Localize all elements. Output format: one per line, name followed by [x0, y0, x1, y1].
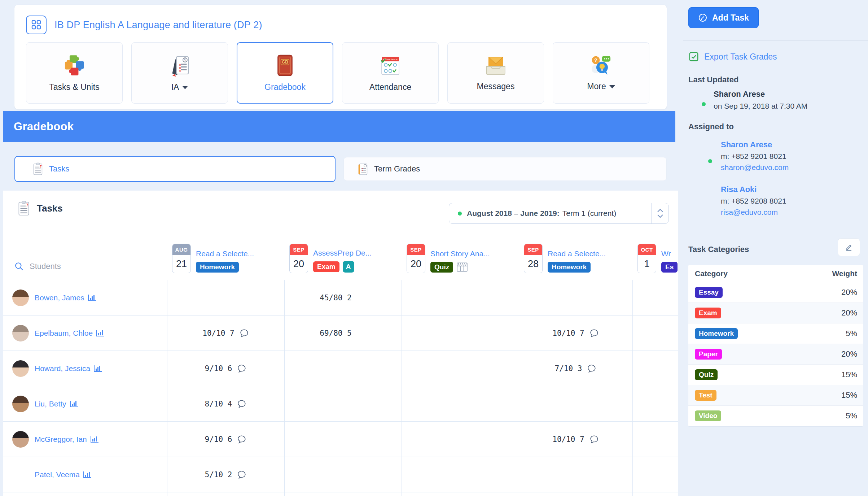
comment-bubble-icon[interactable]: [589, 329, 599, 338]
calendar-chip: SEP 20: [407, 244, 425, 273]
grade-cell[interactable]: [632, 280, 678, 315]
students-search[interactable]: Students: [3, 231, 167, 280]
category-row[interactable]: Essay 20%: [688, 282, 863, 303]
category-row[interactable]: Quiz 15%: [688, 365, 863, 385]
edit-categories-button[interactable]: [838, 238, 860, 256]
grade-cell[interactable]: 10/10 7: [519, 422, 632, 457]
tab-tasks-label: Tasks: [49, 164, 69, 174]
grade-cell[interactable]: [284, 457, 402, 492]
nav-attendance[interactable]: Attendance Attendance: [342, 42, 439, 104]
tab-term-grades[interactable]: ✕ ✕ Term Grades: [343, 157, 667, 181]
task-title-link[interactable]: Wr: [661, 249, 678, 258]
grade-cell[interactable]: [402, 422, 519, 457]
comment-bubble-icon[interactable]: [237, 364, 247, 373]
person-email-link[interactable]: risa@eduvo.com: [721, 208, 786, 217]
nav-tasks-units[interactable]: Tasks & Units: [26, 42, 123, 104]
grade-cell[interactable]: [402, 351, 519, 386]
bar-chart-icon[interactable]: [96, 329, 105, 337]
grade-cell[interactable]: [632, 457, 678, 492]
grade-cell[interactable]: [167, 280, 284, 315]
nav-ia[interactable]: 5 ✕ ✕ ✕ IA: [131, 42, 228, 104]
grade-cell[interactable]: [519, 386, 632, 421]
term-selector[interactable]: August 2018 – June 2019: Term 1 (current…: [449, 203, 669, 224]
grade-value: 10/10 7: [552, 435, 584, 444]
assigned-people: Sharon Arese m: +852 9201 8021 sharon@ed…: [688, 140, 858, 230]
grade-cell[interactable]: [402, 280, 519, 315]
term-stepper[interactable]: [651, 203, 668, 223]
nav-gradebook[interactable]: GB Gradebook: [237, 42, 333, 104]
calendar-month: SEP: [524, 244, 542, 255]
grade-cell[interactable]: 7/10 3: [519, 351, 632, 386]
course-grid-button[interactable]: [26, 16, 47, 34]
grade-value: 8/10 4: [205, 400, 232, 408]
grade-cell[interactable]: [632, 351, 678, 386]
grade-cell[interactable]: 45/80 2: [284, 280, 402, 315]
calendar-day: 20: [407, 255, 425, 273]
chat-bubbles-icon: ?: [589, 55, 613, 76]
student-name-link[interactable]: McGreggor, Ian: [35, 435, 99, 444]
category-row[interactable]: Paper 20%: [688, 344, 863, 365]
grade-cell[interactable]: [284, 351, 402, 386]
grade-cell[interactable]: 9/10 6: [167, 351, 284, 386]
comment-bubble-icon[interactable]: [237, 435, 247, 444]
add-task-label: Add Task: [712, 13, 749, 23]
calendar-day: 20: [290, 255, 308, 273]
comment-bubble-icon[interactable]: [237, 470, 247, 479]
category-row[interactable]: Homework 5%: [688, 323, 863, 344]
category-row[interactable]: Exam 20%: [688, 303, 863, 323]
bar-chart-icon[interactable]: [88, 294, 96, 302]
student-name-link[interactable]: Howard, Jessica: [35, 364, 102, 373]
grade-cell[interactable]: 10/10 7: [167, 316, 284, 351]
tab-tasks[interactable]: 7 Tasks: [14, 156, 336, 182]
comment-bubble-icon[interactable]: [587, 364, 597, 373]
task-title-link[interactable]: Short Story Ana...: [430, 249, 490, 258]
table-row: Howard, Jessica: [3, 351, 678, 386]
student-name: Bowen, James: [35, 293, 84, 302]
grade-cell[interactable]: [284, 386, 402, 421]
category-row[interactable]: Video 5%: [688, 406, 863, 426]
bar-chart-icon[interactable]: [83, 471, 92, 479]
grade-cell[interactable]: 10/10 7: [519, 316, 632, 351]
grade-cell[interactable]: [284, 422, 402, 457]
grade-cell[interactable]: 69/80 5: [284, 316, 402, 351]
bar-chart-icon[interactable]: [93, 365, 102, 373]
student-name-link[interactable]: Liu, Betty: [35, 400, 78, 408]
task-title-link[interactable]: AssessPrep De...: [313, 249, 372, 257]
student-name: Patel, Veema: [35, 470, 80, 479]
grade-cell[interactable]: 9/10 6: [167, 422, 284, 457]
task-title-link[interactable]: Read a Selecte...: [548, 249, 606, 258]
calendar-chip: SEP 20: [289, 244, 308, 273]
student-name-link[interactable]: Patel, Veema: [35, 470, 92, 479]
comment-bubble-icon[interactable]: [589, 435, 599, 444]
nav-more[interactable]: ? More: [553, 42, 649, 104]
grade-cell[interactable]: [402, 457, 519, 492]
grade-cell[interactable]: [632, 316, 678, 351]
grade-value: 10/10 7: [552, 329, 584, 338]
svg-text:5: 5: [184, 57, 186, 62]
puzzle-icon: [62, 54, 86, 77]
person-name-link[interactable]: Sharon Arese: [721, 140, 789, 149]
grade-cell[interactable]: [519, 457, 632, 492]
add-task-button[interactable]: Add Task: [688, 7, 759, 28]
student-cell: Bowen, James: [3, 280, 167, 315]
student-name-link[interactable]: Epelbaum, Chloe: [35, 329, 105, 338]
grade-cell[interactable]: 5/10 2: [167, 457, 284, 492]
grade-cell[interactable]: [632, 386, 678, 421]
comment-bubble-icon[interactable]: [237, 399, 247, 409]
comment-bubble-icon[interactable]: [239, 329, 249, 338]
grade-cell[interactable]: [402, 386, 519, 421]
person-name-link[interactable]: Risa Aoki: [721, 185, 786, 194]
category-row[interactable]: Test 15%: [688, 385, 863, 406]
students-search-placeholder: Students: [30, 262, 61, 271]
bar-chart-icon[interactable]: [90, 435, 99, 443]
bar-chart-icon[interactable]: [70, 400, 78, 408]
grade-cell[interactable]: [402, 316, 519, 351]
grade-cell[interactable]: [519, 280, 632, 315]
grade-cell[interactable]: [632, 422, 678, 457]
task-title-link[interactable]: Read a Selecte...: [196, 249, 254, 258]
student-name-link[interactable]: Bowen, James: [35, 293, 96, 302]
grade-cell[interactable]: 8/10 4: [167, 386, 284, 421]
person-email-link[interactable]: sharon@eduvo.com: [721, 163, 789, 172]
nav-messages[interactable]: Messages: [447, 42, 544, 104]
export-task-grades-link[interactable]: Export Task Grades: [688, 51, 777, 62]
